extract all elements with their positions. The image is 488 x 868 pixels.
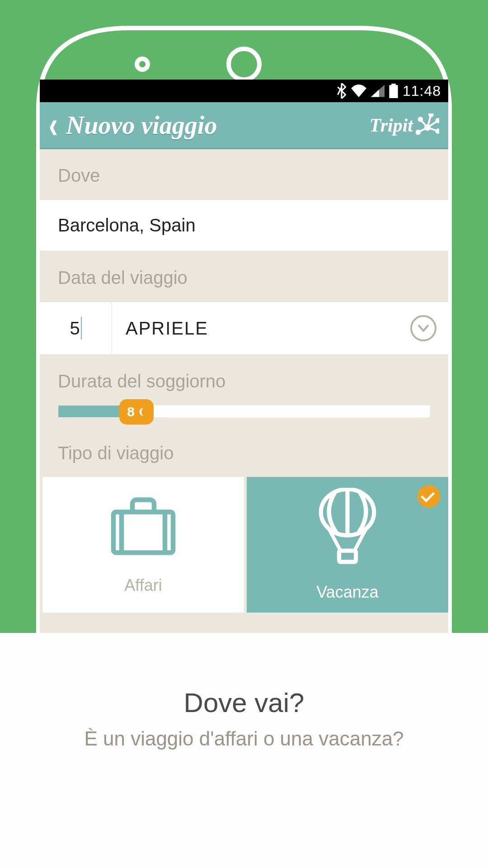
- slider-track: 8: [58, 405, 430, 418]
- date-row: 5 APRIELE: [40, 302, 448, 355]
- date-day-value: 5: [70, 318, 80, 339]
- trip-type-business-label: Affari: [124, 576, 162, 595]
- svg-rect-3: [391, 84, 396, 86]
- trip-type-business[interactable]: Affari: [42, 477, 244, 613]
- svg-rect-19: [339, 551, 356, 562]
- chevron-down-icon: [410, 315, 436, 341]
- svg-rect-2: [389, 85, 398, 98]
- caption-title: Dove vai?: [184, 687, 305, 718]
- selected-check-icon: [418, 485, 440, 508]
- trip-type-label: Tipo di viaggio: [40, 431, 448, 477]
- trip-type-tiles: Affari Vacanza: [40, 477, 448, 613]
- brand-text: Tripit: [370, 114, 413, 136]
- caption-overlay: Dove vai? È un viaggio d'affari o una va…: [0, 633, 488, 868]
- text-cursor: [81, 317, 82, 340]
- svg-point-14: [436, 129, 440, 133]
- moon-icon: [136, 407, 146, 417]
- where-label: Dove: [40, 149, 448, 199]
- trip-type-leisure-label: Vacanza: [316, 583, 378, 602]
- brand-logo-icon: [416, 113, 439, 137]
- page-title: Nuovo viaggio: [66, 111, 217, 140]
- svg-point-0: [229, 49, 259, 80]
- slider-thumb[interactable]: 8: [119, 399, 154, 425]
- balloon-icon: [316, 488, 379, 565]
- trip-type-leisure[interactable]: Vacanza: [247, 477, 448, 613]
- back-icon[interactable]: ‹: [49, 106, 58, 144]
- briefcase-icon: [109, 495, 177, 558]
- clock: 11:48: [403, 83, 441, 99]
- cell-signal-icon: [371, 85, 385, 97]
- app-header: ‹ Nuovo viaggio Tripit: [40, 102, 448, 149]
- duration-slider[interactable]: 8: [40, 405, 448, 431]
- brand: Tripit: [370, 113, 439, 137]
- svg-point-1: [137, 59, 148, 70]
- caption-subtitle: È un viaggio d'affari o una vacanza?: [84, 727, 404, 750]
- date-month-value[interactable]: APRIELE: [112, 318, 399, 339]
- svg-point-8: [419, 118, 422, 121]
- battery-icon: [389, 84, 398, 98]
- bluetooth-icon: [337, 83, 347, 99]
- destination-value: Barcelona, Spain: [58, 215, 430, 236]
- svg-point-12: [436, 118, 440, 122]
- destination-field[interactable]: Barcelona, Spain: [40, 199, 448, 251]
- date-expand-button[interactable]: [399, 315, 448, 341]
- status-bar: 11:48: [40, 80, 448, 102]
- date-label: Data del viaggio: [40, 251, 448, 302]
- svg-point-10: [429, 113, 433, 117]
- svg-point-6: [416, 130, 420, 134]
- wifi-icon: [351, 85, 366, 97]
- duration-value: 8: [127, 404, 135, 420]
- date-day-input[interactable]: 5: [40, 302, 112, 354]
- duration-label: Durata del soggiorno: [40, 355, 448, 405]
